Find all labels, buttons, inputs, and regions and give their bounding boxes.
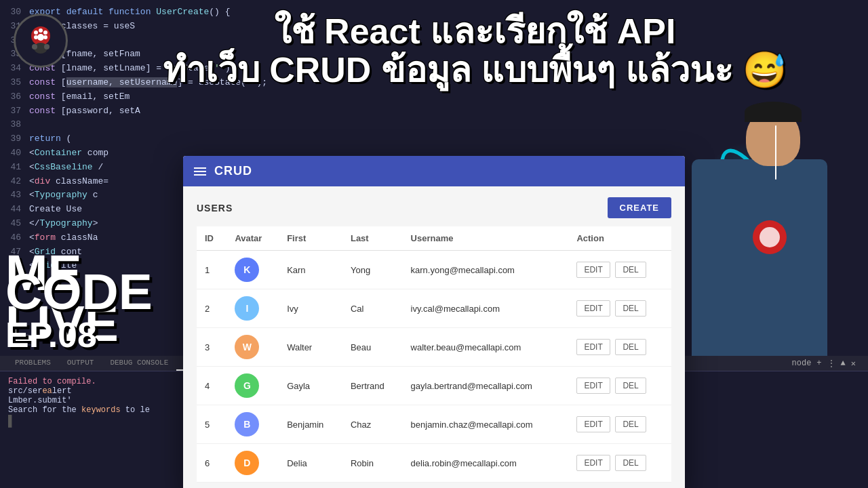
code-line-36: 36 const [email, setEm <box>0 90 868 104</box>
cell-first: Delia <box>279 444 342 483</box>
code-line-35: 35 const [username, setUsername] = useSt… <box>0 76 868 90</box>
avatar: B <box>235 412 259 436</box>
edit-button[interactable]: EDIT <box>576 416 610 432</box>
table-row: 3 W Walter Beau walter.beau@mecallapi.co… <box>197 328 671 367</box>
svg-point-2 <box>39 28 43 33</box>
plus-icon[interactable]: + <box>816 359 821 368</box>
cell-first: Karn <box>279 251 342 289</box>
cell-username: gayla.bertrand@mecallapi.com <box>403 367 569 405</box>
cell-last: Cal <box>342 289 403 328</box>
table-row: 4 G Gayla Bertrand gayla.bertrand@mecall… <box>197 367 671 405</box>
svg-point-8 <box>32 44 37 49</box>
cell-username: walter.beau@mecallapi.com <box>403 328 569 367</box>
table-row: 5 B Benjamin Chaz benjamin.chaz@mecallap… <box>197 405 671 444</box>
code-line-34: 34 const [lname, setLname] = useState(''… <box>0 62 868 76</box>
cell-last: Yong <box>342 251 403 289</box>
cell-username: karn.yong@mecallapi.com <box>403 251 569 289</box>
cell-action: EDIT DEL <box>568 289 671 328</box>
edit-button[interactable]: EDIT <box>576 300 610 317</box>
users-label: USERS <box>197 203 233 214</box>
cell-avatar: K <box>226 251 279 289</box>
svg-point-1 <box>34 30 38 35</box>
col-action: Action <box>568 226 671 251</box>
code-line-33: 33 const [fname, setFnam <box>0 47 868 62</box>
cell-username: benjamin.chaz@mecallapi.com <box>403 405 569 444</box>
cell-first: Walter <box>279 328 342 367</box>
table-row: 1 K Karn Yong karn.yong@mecallapi.com ED… <box>197 251 671 289</box>
cell-last: Chaz <box>342 405 403 444</box>
avatar: K <box>235 258 259 282</box>
table-head: ID Avatar First Last Username Action <box>197 226 671 251</box>
svg-point-6 <box>43 35 47 39</box>
cell-first: Benjamin <box>279 405 342 444</box>
avatar: W <box>235 335 259 359</box>
crud-body: USERS CREATE ID Avatar First Last Userna… <box>183 186 685 488</box>
crud-header: CRUD <box>183 156 685 186</box>
del-button[interactable]: DEL <box>615 339 646 355</box>
table-row: 2 I Ivy Cal ivy.cal@mecallapi.com EDIT D… <box>197 289 671 328</box>
hamburger-icon[interactable] <box>194 167 206 176</box>
del-button[interactable]: DEL <box>615 455 646 471</box>
cell-first: Gayla <box>279 367 342 405</box>
cell-avatar: D <box>226 444 279 483</box>
cell-action: EDIT DEL <box>568 444 671 483</box>
edit-button[interactable]: EDIT <box>576 455 610 471</box>
cell-avatar: I <box>226 289 279 328</box>
create-button[interactable]: CREATE <box>608 197 671 218</box>
del-button[interactable]: DEL <box>615 300 646 317</box>
cell-avatar: B <box>226 405 279 444</box>
col-last: Last <box>342 226 403 251</box>
cell-action: EDIT DEL <box>568 405 671 444</box>
cell-id: 4 <box>197 367 226 405</box>
users-table: ID Avatar First Last Username Action 1 K… <box>197 226 671 483</box>
cell-last: Bertrand <box>342 367 403 405</box>
cell-id: 6 <box>197 444 226 483</box>
edit-button[interactable]: EDIT <box>576 378 610 394</box>
react-logo <box>692 136 814 258</box>
avatar: I <box>235 296 259 321</box>
del-button[interactable]: DEL <box>615 416 646 432</box>
svg-point-5 <box>37 34 44 41</box>
edit-button[interactable]: EDIT <box>576 262 610 278</box>
col-username: Username <box>403 226 569 251</box>
table-header-row: ID Avatar First Last Username Action <box>197 226 671 251</box>
code-line-30: 30 export default function UserCreate() … <box>0 5 868 20</box>
del-button[interactable]: DEL <box>615 262 646 278</box>
col-id: ID <box>197 226 226 251</box>
tab-output[interactable]: OUTPUT <box>59 356 102 371</box>
maximize-icon[interactable]: ▲ <box>841 359 846 368</box>
close-terminal-icon[interactable]: ✕ <box>851 359 856 369</box>
cell-id: 5 <box>197 405 226 444</box>
cell-id: 1 <box>197 251 226 289</box>
code-line-38: 38 <box>0 118 868 132</box>
crud-modal: CRUD USERS CREATE ID Avatar First Last U… <box>183 156 685 488</box>
cell-last: Robin <box>342 444 403 483</box>
svg-point-15 <box>747 190 759 203</box>
cell-last: Beau <box>342 328 403 367</box>
avatar: D <box>235 451 259 475</box>
cell-username: delia.robin@mecallapi.com <box>403 444 569 483</box>
cell-first: Ivy <box>279 289 342 328</box>
cell-id: 2 <box>197 289 226 328</box>
col-avatar: Avatar <box>226 226 279 251</box>
del-button[interactable]: DEL <box>615 378 646 394</box>
avatar: G <box>235 373 259 398</box>
code-line-37: 37 const [password, setA <box>0 104 868 119</box>
table-row: 6 D Delia Robin delia.robin@mecallapi.co… <box>197 444 671 483</box>
svg-point-3 <box>43 30 47 35</box>
tab-debug[interactable]: DEBUG CONSOLE <box>102 356 176 371</box>
split-icon[interactable]: ⋮ <box>827 359 835 369</box>
logo <box>14 14 68 68</box>
node-label: node <box>792 359 812 368</box>
cell-id: 3 <box>197 328 226 367</box>
logo-svg <box>22 22 60 60</box>
cell-avatar: W <box>226 328 279 367</box>
cell-username: ivy.cal@mecallapi.com <box>403 289 569 328</box>
code-line-32: 32 <box>0 34 868 48</box>
edit-button[interactable]: EDIT <box>576 339 610 355</box>
tab-problems[interactable]: PROBLEMS <box>7 356 59 371</box>
users-tbody: 1 K Karn Yong karn.yong@mecallapi.com ED… <box>197 251 671 483</box>
cell-action: EDIT DEL <box>568 251 671 289</box>
users-header: USERS CREATE <box>197 197 671 218</box>
cell-avatar: G <box>226 367 279 405</box>
